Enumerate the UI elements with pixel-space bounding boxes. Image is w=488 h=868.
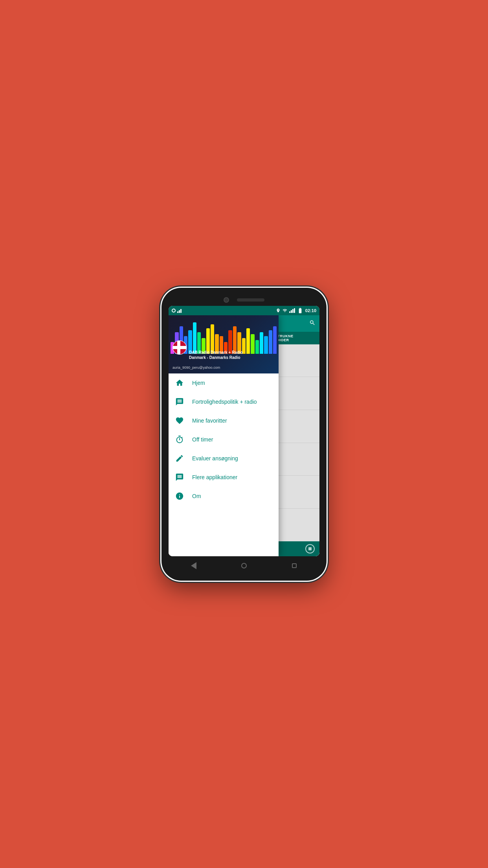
- app-content: adio Da... FORETRUKNE RADIOER: [169, 315, 319, 556]
- menu-item-rate[interactable]: Evaluer ansøgning: [169, 449, 279, 468]
- recents-icon: [292, 563, 297, 568]
- menu-label-off-timer: Off timer: [192, 436, 213, 443]
- signal-bars-icon: [289, 308, 295, 313]
- back-icon: [191, 562, 196, 569]
- home-icon: [175, 378, 184, 388]
- menu-label-privacy: Fortrolighedspolitik + radio: [192, 399, 257, 405]
- stop-button[interactable]: [305, 544, 315, 554]
- location-icon: [276, 308, 281, 313]
- menu-item-more-apps[interactable]: Flere applikationer: [169, 468, 279, 487]
- timer-icon: [175, 435, 184, 444]
- menu-label-home: Hjem: [192, 380, 205, 386]
- status-left-icons: [172, 308, 182, 313]
- svg-rect-2: [177, 341, 180, 354]
- menu-label-favorites: Mine favoritter: [192, 417, 227, 424]
- chat-bubble-icon: [175, 397, 184, 406]
- wifi-icon: [283, 308, 287, 313]
- menu-label-more-apps: Flere applikationer: [192, 474, 237, 480]
- navigation-drawer: DAB Radio Danmark + Radio Danmark - Danm…: [169, 315, 279, 556]
- phone-screen: 02:10 adio Da... FORETRUKNE RADIOER: [169, 306, 319, 556]
- edit-icon: [175, 454, 184, 463]
- speaker-top: [237, 298, 264, 302]
- drawer-email: auria_9090_peru@yahoo.com: [172, 366, 220, 370]
- more-apps-icon: [175, 473, 184, 482]
- phone-bottom-bar: [169, 556, 319, 574]
- drawer-menu: Hjem Fortrolighedspolitik + radio: [169, 373, 279, 556]
- heart-icon: [175, 416, 184, 425]
- menu-item-privacy[interactable]: Fortrolighedspolitik + radio: [169, 392, 279, 411]
- drawer-header-background: DAB Radio Danmark + Radio Danmark - Danm…: [169, 315, 279, 373]
- menu-label-rate: Evaluer ansøgning: [192, 455, 238, 462]
- drawer-app-title: DAB Radio Danmark + Radio Danmark - Danm…: [189, 350, 277, 360]
- menu-item-favorites[interactable]: Mine favoritter: [169, 411, 279, 430]
- app-logo: [172, 340, 187, 355]
- front-camera: [224, 297, 229, 303]
- menu-item-off-timer[interactable]: Off timer: [169, 430, 279, 449]
- phone-frame: 02:10 adio Da... FORETRUKNE RADIOER: [161, 288, 327, 581]
- menu-label-about: Om: [192, 493, 201, 499]
- recents-button[interactable]: [289, 560, 300, 571]
- signal-icon: [172, 309, 176, 313]
- sim-icon: [177, 308, 182, 313]
- status-bar: 02:10: [169, 306, 319, 315]
- phone-top-bar: [169, 295, 319, 306]
- back-button[interactable]: [188, 560, 199, 571]
- search-icon[interactable]: [309, 320, 316, 327]
- drawer-header: DAB Radio Danmark + Radio Danmark - Danm…: [169, 315, 279, 373]
- home-button[interactable]: [238, 560, 250, 571]
- menu-item-home[interactable]: Hjem: [169, 373, 279, 392]
- menu-item-about[interactable]: Om: [169, 487, 279, 506]
- stop-icon: [308, 547, 312, 550]
- home-circle-icon: [241, 563, 247, 568]
- status-time: 02:10: [305, 308, 316, 313]
- info-icon: [175, 491, 184, 501]
- battery-icon: [297, 307, 303, 314]
- status-right-icons: 02:10: [276, 307, 316, 314]
